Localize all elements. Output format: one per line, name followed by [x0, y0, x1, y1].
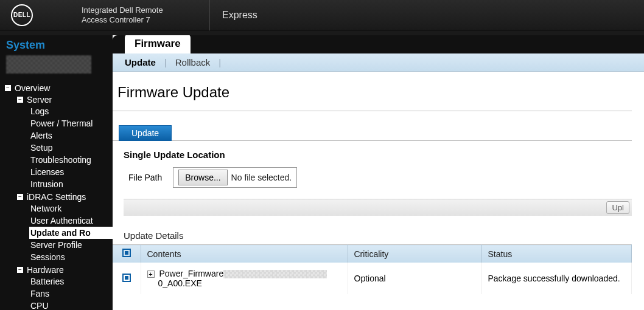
- tree-power-thermal[interactable]: Power / Thermal: [29, 117, 113, 129]
- col-contents: Contents: [141, 245, 348, 263]
- tree-server[interactable]: −Server Logs Power / Thermal Alerts Setu…: [17, 94, 113, 191]
- tree-idrac-settings[interactable]: −iDRAC Settings Network User Authenticat…: [17, 191, 113, 264]
- subtab-update[interactable]: Update: [125, 57, 156, 67]
- tree-alerts[interactable]: Alerts: [29, 129, 113, 142]
- header-title: Integrated Dell Remote Access Controller…: [82, 5, 197, 24]
- tab-firmware[interactable]: Firmware: [125, 35, 191, 53]
- cell-criticality: Optional: [348, 263, 481, 294]
- file-path-label: File Path: [124, 173, 162, 182]
- file-selected-text: No file selected.: [231, 173, 292, 182]
- tree-update-rollback[interactable]: Update and Ro: [29, 227, 113, 239]
- sidebar-hostinfo: [0, 55, 113, 80]
- tree-cpu[interactable]: CPU: [29, 300, 113, 310]
- nav-tree: −Overview −Server Logs Power / Thermal A…: [0, 80, 113, 310]
- col-status: Status: [481, 245, 632, 263]
- tree-troubleshooting[interactable]: Troubleshooting: [29, 154, 113, 166]
- subtab-rollback[interactable]: Rollback: [175, 57, 211, 67]
- redacted-block: [223, 270, 327, 278]
- header-subbar: [0, 30, 644, 35]
- upload-button[interactable]: Upl: [606, 201, 629, 214]
- tree-setup[interactable]: Setup: [29, 142, 113, 154]
- collapse-icon[interactable]: −: [5, 85, 11, 91]
- cell-status: Package successfully downloaded.: [481, 263, 632, 294]
- separator: |: [164, 57, 167, 67]
- separator: |: [219, 57, 221, 67]
- browse-button[interactable]: Browse...: [178, 170, 227, 185]
- tree-overview[interactable]: −Overview −Server Logs Power / Thermal A…: [5, 82, 113, 310]
- content-area: Firmware Update Update Single Update Loc…: [113, 72, 644, 294]
- subtab-bar: Update | Rollback |: [113, 53, 644, 72]
- app-header: DELL Integrated Dell Remote Access Contr…: [0, 0, 644, 30]
- sidebar: System −Overview −Server Logs Power / Th…: [0, 35, 113, 310]
- cell-contents: + Power_Firmware 0_A00.EXE: [141, 263, 348, 294]
- file-path-row: File Path Browse... No file selected.: [124, 167, 632, 199]
- expand-icon[interactable]: +: [147, 270, 155, 278]
- update-details-heading: Update Details: [113, 216, 632, 244]
- update-panel: Single Update Location File Path Browse.…: [113, 140, 632, 216]
- redacted-block: [6, 55, 91, 74]
- table-row: + Power_Firmware 0_A00.EXE Optional Pack…: [113, 263, 632, 294]
- tree-fans[interactable]: Fans: [29, 288, 113, 300]
- sidebar-title: System: [0, 35, 113, 55]
- update-details-table: Contents Criticality Status + Power_Firm…: [113, 244, 632, 294]
- tree-hardware[interactable]: −Hardware Batteries Fans CPU: [17, 264, 113, 310]
- page-title: Firmware Update: [113, 80, 632, 111]
- tab-bar: Firmware: [113, 35, 644, 53]
- select-all-checkbox[interactable]: [122, 249, 131, 257]
- collapse-icon[interactable]: −: [17, 97, 23, 103]
- tree-server-profile[interactable]: Server Profile: [29, 239, 113, 251]
- header-mode: Express: [209, 0, 257, 30]
- tree-intrusion[interactable]: Intrusion: [29, 178, 113, 190]
- single-update-heading: Single Update Location: [124, 150, 632, 160]
- collapse-icon[interactable]: −: [17, 267, 23, 273]
- col-criticality: Criticality: [348, 245, 481, 263]
- panel-footer: Upl: [124, 199, 632, 216]
- tree-licenses[interactable]: Licenses: [29, 166, 113, 178]
- tree-logs[interactable]: Logs: [29, 105, 113, 117]
- collapse-icon[interactable]: −: [17, 194, 23, 200]
- dell-logo: DELL: [11, 4, 33, 26]
- row-checkbox[interactable]: [122, 274, 131, 282]
- file-input-wrap: Browse... No file selected.: [173, 167, 297, 188]
- tree-network[interactable]: Network: [29, 202, 113, 215]
- section-tab-update[interactable]: Update: [119, 125, 172, 141]
- tree-user-auth[interactable]: User Authenticat: [29, 215, 113, 227]
- tree-sessions[interactable]: Sessions: [29, 251, 113, 263]
- tree-batteries[interactable]: Batteries: [29, 275, 113, 288]
- main-panel: Firmware Update | Rollback | Firmware Up…: [113, 35, 644, 310]
